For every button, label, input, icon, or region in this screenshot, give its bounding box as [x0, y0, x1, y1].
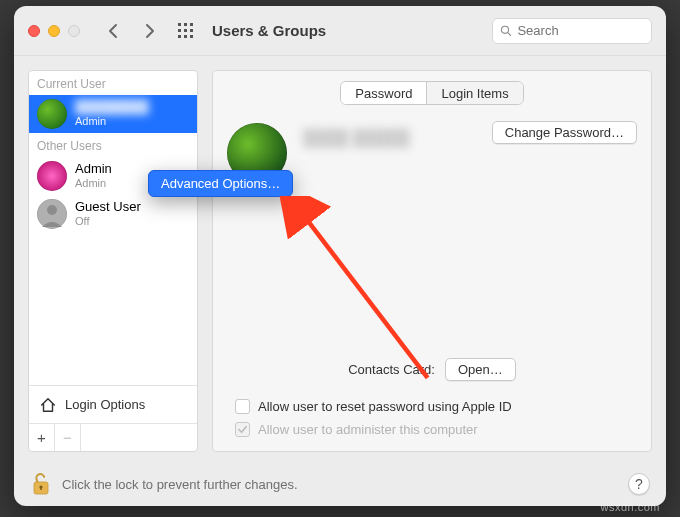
svg-line-10 [508, 33, 511, 36]
show-all-button[interactable] [178, 23, 194, 39]
svg-rect-8 [190, 35, 193, 38]
open-contacts-button[interactable]: Open… [445, 358, 516, 381]
house-icon [39, 396, 57, 414]
change-password-button[interactable]: Change Password… [492, 121, 637, 144]
zoom-window-button[interactable] [68, 25, 80, 37]
nav-back-button[interactable] [104, 22, 122, 40]
close-window-button[interactable] [28, 25, 40, 37]
svg-rect-4 [184, 29, 187, 32]
svg-rect-1 [184, 23, 187, 26]
nav-forward-button[interactable] [140, 22, 158, 40]
allow-reset-row[interactable]: Allow user to reset password using Apple… [235, 399, 637, 414]
user-name: Admin [75, 162, 112, 177]
preferences-window: Users & Groups Current User ████████ Adm… [14, 6, 666, 506]
svg-rect-5 [190, 29, 193, 32]
tab-login-items[interactable]: Login Items [427, 82, 522, 104]
allow-reset-label: Allow user to reset password using Apple… [258, 399, 512, 414]
user-sidebar: Current User ████████ Admin Other Users … [28, 70, 198, 452]
checkmark-icon [237, 424, 248, 435]
svg-rect-7 [184, 35, 187, 38]
guest-silhouette-icon [37, 199, 67, 229]
sidebar-user-guest[interactable]: Guest User Off [29, 195, 197, 233]
user-name: ████████ [75, 100, 149, 115]
search-icon [500, 24, 511, 37]
context-menu-advanced-options[interactable]: Advanced Options… [148, 170, 293, 197]
avatar [37, 99, 67, 129]
minimize-window-button[interactable] [48, 25, 60, 37]
user-role: Admin [75, 177, 112, 190]
svg-rect-0 [178, 23, 181, 26]
add-user-button[interactable]: + [29, 424, 55, 451]
svg-point-11 [47, 205, 57, 215]
nav-buttons [104, 22, 158, 40]
remove-user-button[interactable]: − [55, 424, 81, 451]
titlebar: Users & Groups [14, 6, 666, 56]
watermark: wsxdn.com [600, 501, 660, 513]
svg-rect-15 [40, 487, 41, 490]
search-field[interactable] [492, 18, 652, 44]
main-panel: Password Login Items ████ █████ Change P… [212, 70, 652, 452]
footer: Click the lock to prevent further change… [14, 462, 666, 506]
svg-rect-3 [178, 29, 181, 32]
sidebar-user-current[interactable]: ████████ Admin [29, 95, 197, 133]
checkbox-icon [235, 422, 250, 437]
other-users-label: Other Users [29, 133, 197, 157]
current-user-label: Current User [29, 71, 197, 95]
allow-admin-row: Allow user to administer this computer [235, 422, 637, 437]
user-role: Off [75, 215, 141, 228]
login-options-row[interactable]: Login Options [29, 385, 197, 423]
traffic-lights [28, 25, 80, 37]
sidebar-action-buttons: + − [29, 423, 197, 451]
user-name: Guest User [75, 200, 141, 215]
context-menu-item-label: Advanced Options… [161, 176, 280, 191]
avatar [37, 199, 67, 229]
contacts-card-row: Contacts Card: Open… [227, 358, 637, 381]
window-title: Users & Groups [212, 22, 326, 39]
tab-bar: Password Login Items [340, 81, 523, 105]
tab-password[interactable]: Password [341, 82, 427, 104]
user-role: Admin [75, 115, 149, 128]
search-input[interactable] [517, 23, 644, 38]
svg-rect-6 [178, 35, 181, 38]
body: Current User ████████ Admin Other Users … [14, 56, 666, 462]
lock-help-text: Click the lock to prevent further change… [62, 477, 298, 492]
checkbox-icon[interactable] [235, 399, 250, 414]
allow-admin-label: Allow user to administer this computer [258, 422, 478, 437]
login-options-label: Login Options [65, 397, 145, 412]
contacts-card-label: Contacts Card: [348, 362, 435, 377]
svg-rect-2 [190, 23, 193, 26]
avatar [37, 161, 67, 191]
profile-display-name: ████ █████ [303, 129, 409, 147]
unlocked-lock-icon[interactable] [30, 471, 52, 497]
help-button[interactable]: ? [628, 473, 650, 495]
